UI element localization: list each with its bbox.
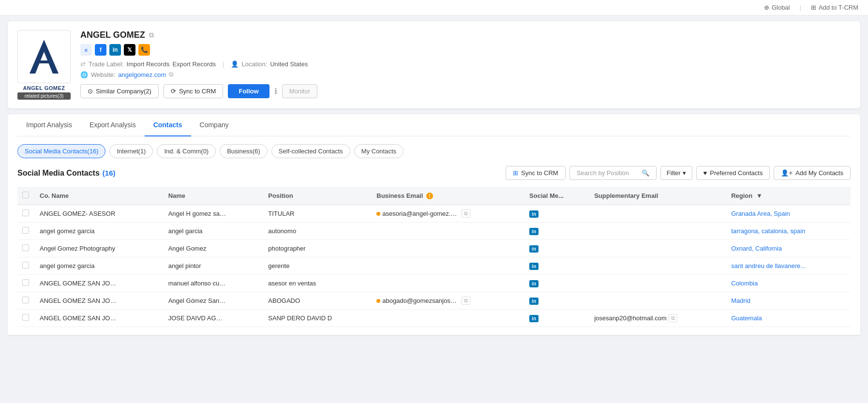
select-all-checkbox[interactable] bbox=[22, 192, 29, 198]
linkedin-badge[interactable]: in bbox=[529, 263, 539, 270]
website-label: Website: bbox=[91, 71, 115, 78]
social-icon-facebook[interactable]: f bbox=[95, 44, 106, 56]
cell-social: in bbox=[524, 223, 589, 240]
linkedin-badge[interactable]: in bbox=[529, 280, 539, 287]
row-checkbox-2[interactable] bbox=[22, 244, 29, 251]
region-value: sant andreu de llavanere... bbox=[731, 262, 806, 269]
cell-business-email bbox=[372, 275, 524, 292]
cell-position: ABOGADO bbox=[263, 292, 372, 310]
cell-supplementary-email bbox=[589, 257, 726, 275]
th-region: Region ▼ bbox=[726, 187, 851, 205]
th-co-name: Co. Name bbox=[35, 187, 164, 205]
tcrm-icon: ⊞ bbox=[811, 4, 816, 11]
cell-supplementary-email bbox=[589, 292, 726, 310]
cell-name: Angel Gómez San José bbox=[164, 292, 264, 310]
cell-social: in bbox=[524, 257, 589, 275]
social-icon-twitter[interactable]: 𝕏 bbox=[124, 44, 135, 56]
monitor-btn[interactable]: Monitor bbox=[282, 84, 317, 98]
row-checkbox-1[interactable] bbox=[22, 227, 29, 234]
company-logo-section: ANGEL GOMEZ related pictures(3) bbox=[17, 30, 71, 100]
cell-supplementary-email bbox=[589, 275, 726, 292]
social-icon-phone[interactable]: 📞 bbox=[138, 44, 150, 56]
website-copy-icon[interactable]: ⧉ bbox=[169, 71, 173, 78]
email-text: abogado@gomezsanjose.... bbox=[382, 297, 460, 304]
cell-co-name: angel gomez garcia bbox=[35, 223, 164, 240]
contacts-header: Social Media Contacts (16) ⊞ Sync to CRM… bbox=[17, 166, 851, 180]
trade-export[interactable]: Export Records bbox=[172, 60, 216, 68]
table-row: ANGEL GOMEZ SAN JOSE - ABO...JOSE DAIVD … bbox=[17, 310, 851, 327]
filter-btn[interactable]: Filter ▾ bbox=[660, 166, 692, 180]
cell-supplementary-email: josesanp20@hotmail.com ⧉ bbox=[589, 310, 726, 327]
trade-import[interactable]: Import Records bbox=[127, 60, 170, 68]
global-icon: ⊕ bbox=[764, 4, 769, 11]
add-my-contacts-btn[interactable]: 👤+ Add My Contacts bbox=[774, 166, 851, 180]
filter-chevron-icon: ▾ bbox=[683, 169, 686, 177]
tab-export-analysis[interactable]: Export Analysis bbox=[81, 114, 145, 136]
row-checkbox-5[interactable] bbox=[22, 297, 29, 303]
website-url[interactable]: angelgomez.com bbox=[118, 71, 166, 78]
row-checkbox-3[interactable] bbox=[22, 262, 29, 269]
cell-social: in bbox=[524, 205, 589, 223]
cell-position: photographer bbox=[263, 240, 372, 257]
tab-company[interactable]: Company bbox=[191, 114, 238, 136]
tabs-row: Import Analysis Export Analysis Contacts… bbox=[17, 114, 851, 136]
content-section: Social Media Contacts(16) Internet(1) In… bbox=[8, 136, 860, 335]
supp-email-copy-btn[interactable]: ⧉ bbox=[669, 314, 677, 322]
cell-region: sant andreu de llavanere... bbox=[726, 257, 851, 275]
tab-import-analysis[interactable]: Import Analysis bbox=[17, 114, 81, 136]
table-row: ANGEL GOMEZ SAN JOSE - ABO...manuel alfo… bbox=[17, 275, 851, 292]
top-divider: | bbox=[799, 4, 801, 11]
linkedin-badge[interactable]: in bbox=[529, 228, 539, 235]
row-checkbox-4[interactable] bbox=[22, 279, 29, 286]
linkedin-badge[interactable]: in bbox=[529, 210, 539, 218]
cell-region: Madrid bbox=[726, 292, 851, 310]
tab-contacts[interactable]: Contacts bbox=[145, 114, 191, 136]
global-btn[interactable]: ⊕ Global bbox=[764, 4, 790, 11]
linkedin-badge[interactable]: in bbox=[529, 245, 539, 253]
email-text: asesoria@angel-gomez.co... bbox=[382, 210, 460, 217]
cell-name: JOSE DAIVD AGUILAR J... bbox=[164, 310, 264, 327]
add-to-tcrm-btn[interactable]: ⊞ Add to T-CRM bbox=[811, 4, 858, 11]
filter-tab-internet[interactable]: Internet(1) bbox=[109, 144, 153, 158]
th-social: Social Me... bbox=[524, 187, 589, 205]
similar-company-btn[interactable]: ⊙ Similar Company(2) bbox=[80, 84, 159, 98]
filter-tab-self-collected[interactable]: Self-collected Contacts bbox=[271, 144, 350, 158]
info-btn[interactable]: ℹ bbox=[274, 87, 277, 96]
filter-tab-business[interactable]: Business(6) bbox=[220, 144, 268, 158]
cell-business-email: asesoria@angel-gomez.co... ⧉ bbox=[372, 205, 524, 223]
social-icons-row: e f in 𝕏 📞 bbox=[80, 44, 851, 56]
cell-position: SANP DERO DAVID D bbox=[263, 310, 372, 327]
linkedin-badge[interactable]: in bbox=[529, 298, 539, 305]
search-icon: 🔍 bbox=[642, 169, 649, 177]
cell-region: Granada Area, Spain bbox=[726, 205, 851, 223]
preferred-contacts-btn[interactable]: ♥ Preferred Contacts bbox=[696, 166, 770, 180]
sync-crm-btn[interactable]: ⟳ Sync to CRM bbox=[164, 84, 224, 98]
social-icon-linkedin[interactable]: in bbox=[109, 44, 121, 56]
follow-btn[interactable]: Follow bbox=[228, 84, 269, 98]
contacts-table: Co. Name Name Position Business Email ! … bbox=[17, 187, 851, 327]
linkedin-badge[interactable]: in bbox=[529, 315, 539, 322]
table-row: angel gomez garciaangel garciaautonomoin… bbox=[17, 223, 851, 240]
cell-position: gerente bbox=[263, 257, 372, 275]
row-checkbox-6[interactable] bbox=[22, 314, 29, 321]
region-filter-icon[interactable]: ▼ bbox=[756, 192, 763, 199]
cell-name: angel pintor bbox=[164, 257, 264, 275]
email-copy-btn[interactable]: ⧉ bbox=[462, 209, 470, 218]
filter-tab-my-contacts[interactable]: My Contacts bbox=[354, 144, 404, 158]
filter-tab-social[interactable]: Social Media Contacts(16) bbox=[17, 144, 105, 158]
table-row: angel gomez garciaangel pintorgerenteins… bbox=[17, 257, 851, 275]
cell-position: asesor en ventas bbox=[263, 275, 372, 292]
contacts-sync-crm-btn[interactable]: ⊞ Sync to CRM bbox=[506, 166, 566, 180]
cell-co-name: ANGEL GOMEZ SAN JOSE - ABO... bbox=[35, 310, 164, 327]
related-pictures-btn[interactable]: related pictures(3) bbox=[17, 92, 71, 100]
svg-rect-1 bbox=[35, 60, 53, 63]
row-checkbox-0[interactable] bbox=[22, 209, 29, 216]
search-position-input[interactable]: Search by Position 🔍 bbox=[569, 166, 657, 180]
th-position: Position bbox=[263, 187, 372, 205]
th-business-email: Business Email ! bbox=[372, 187, 524, 205]
th-name: Name bbox=[164, 187, 264, 205]
social-icon-email[interactable]: e bbox=[80, 44, 92, 56]
company-name-copy-icon[interactable]: ⧉ bbox=[149, 31, 154, 39]
filter-tab-ind-comm[interactable]: Ind. & Comm(0) bbox=[157, 144, 216, 158]
email-copy-btn[interactable]: ⧉ bbox=[462, 297, 470, 305]
